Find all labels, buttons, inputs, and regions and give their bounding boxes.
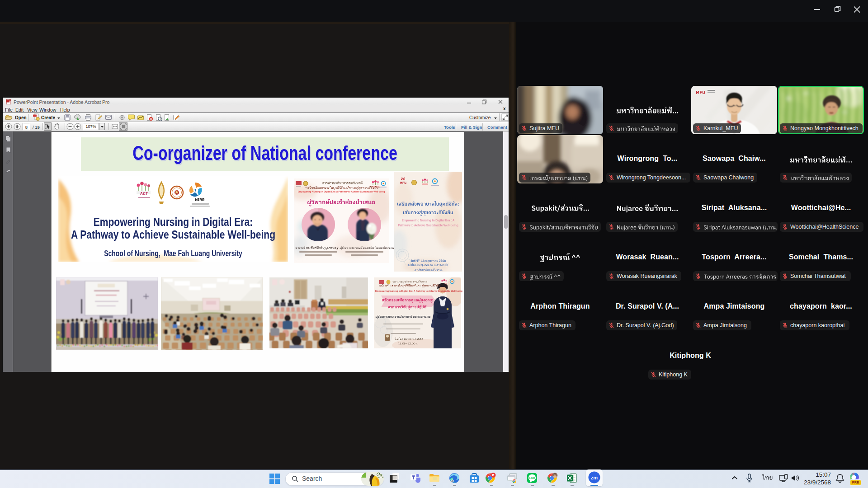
svg-text:LINE: LINE [529, 477, 535, 479]
svg-text:zm: zm [591, 475, 598, 480]
